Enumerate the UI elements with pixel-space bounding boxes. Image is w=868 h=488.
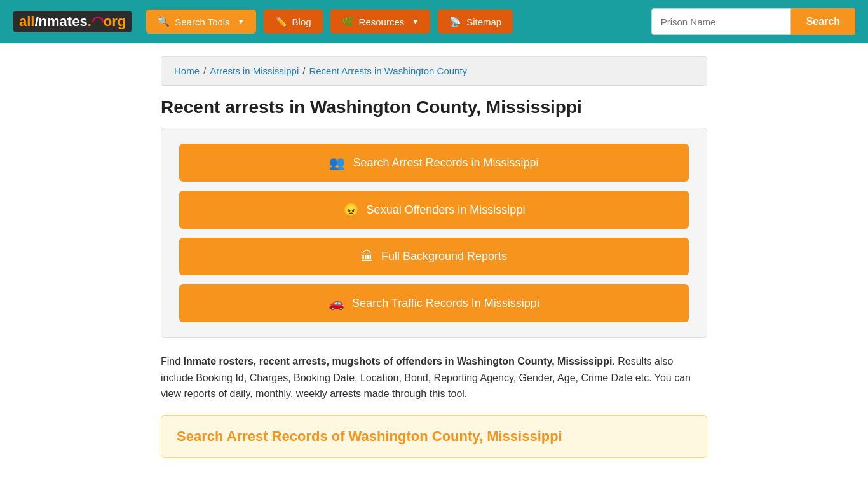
offender-icon: 😠 [343, 202, 359, 217]
main-content: Home / Arrests in Mississippi / Recent A… [148, 56, 720, 458]
breadcrumb-home[interactable]: Home [174, 65, 200, 76]
breadcrumb-arrests-ms[interactable]: Arrests in Mississippi [210, 65, 299, 76]
search-arrest-button[interactable]: 👥 Search Arrest Records in Mississippi [179, 144, 689, 182]
blog-icon: ✏️ [275, 16, 287, 27]
breadcrumb-sep-2: / [302, 65, 305, 76]
search-section-title: Search Arrest Records of Washington Coun… [177, 428, 691, 445]
search-arrest-label: Search Arrest Records in Mississippi [353, 156, 538, 170]
breadcrumb-sep-1: / [203, 65, 206, 76]
logo-text: allInmates.◠org [19, 13, 126, 30]
desc-bold: Inmate rosters, recent arrests, mugshots… [184, 356, 613, 367]
sexual-offenders-button[interactable]: 😠 Sexual Offenders in Mississippi [179, 191, 689, 229]
breadcrumb-current: Recent Arrests in Washington County [309, 65, 467, 76]
chevron-down-icon: ▼ [238, 18, 245, 25]
search-tools-button[interactable]: 🔍 Search Tools ▼ [146, 10, 255, 34]
breadcrumb: Home / Arrests in Mississippi / Recent A… [161, 56, 707, 86]
chevron-down-icon-2: ▼ [412, 18, 419, 25]
sitemap-button[interactable]: 📡 Sitemap [438, 10, 513, 34]
prison-name-input[interactable] [651, 8, 791, 35]
building-icon: 🏛 [361, 249, 374, 264]
blog-label: Blog [292, 17, 311, 27]
desc-plain: Find [161, 356, 184, 367]
header-search-area: Search [651, 8, 855, 35]
description-text: Find Inmate rosters, recent arrests, mug… [161, 353, 707, 402]
resources-label: Resources [359, 17, 405, 27]
background-reports-label: Full Background Reports [381, 250, 507, 263]
search-button-label: Search [806, 16, 840, 27]
traffic-records-label: Search Traffic Records In Mississippi [352, 297, 539, 310]
resources-icon: 🌿 [342, 16, 354, 27]
search-icon: 🔍 [158, 16, 170, 27]
search-section: Search Arrest Records of Washington Coun… [161, 415, 707, 458]
traffic-records-button[interactable]: 🚗 Search Traffic Records In Mississippi [179, 284, 689, 322]
header: allInmates.◠org 🔍 Search Tools ▼ ✏️ Blog… [0, 0, 868, 43]
page-title: Recent arrests in Washington County, Mis… [161, 97, 707, 118]
background-reports-button[interactable]: 🏛 Full Background Reports [179, 238, 689, 275]
sitemap-icon: 📡 [449, 16, 461, 27]
search-tools-label: Search Tools [175, 17, 229, 27]
blog-button[interactable]: ✏️ Blog [264, 10, 323, 34]
car-icon: 🚗 [329, 295, 344, 311]
header-search-button[interactable]: Search [791, 8, 855, 35]
logo[interactable]: allInmates.◠org [13, 11, 132, 32]
resources-button[interactable]: 🌿 Resources ▼ [330, 10, 431, 34]
action-buttons-card: 👥 Search Arrest Records in Mississippi 😠… [161, 128, 707, 338]
people-icon: 👥 [329, 155, 345, 170]
sitemap-label: Sitemap [466, 17, 501, 27]
sexual-offenders-label: Sexual Offenders in Mississippi [367, 203, 526, 217]
